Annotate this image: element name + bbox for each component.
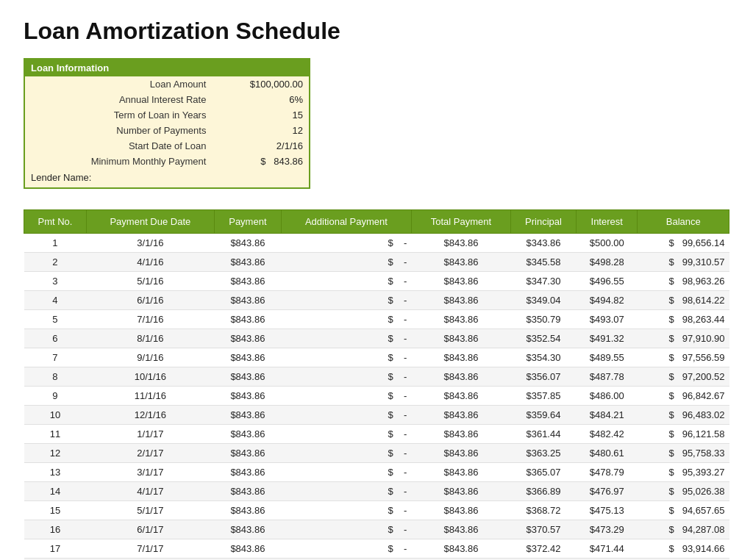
additional-payment: $ - [281, 310, 411, 329]
interest: $476.97 [576, 482, 638, 501]
payment: $843.86 [214, 329, 281, 348]
payment: $843.86 [214, 444, 281, 463]
total-payment: $843.86 [411, 367, 510, 387]
interest: $484.21 [576, 406, 638, 425]
total-payment: $843.86 [411, 444, 510, 463]
table-row: 13 3/1/17 $843.86 $ - $843.86 $365.07 $4… [24, 463, 729, 482]
total-payment: $843.86 [411, 387, 510, 406]
payment-due-date: 4/1/16 [86, 253, 214, 272]
payment: $843.86 [214, 539, 281, 559]
principal: $365.07 [510, 463, 576, 482]
loan-field-label: Number of Payments [25, 123, 213, 138]
balance: $ 99,656.14 [638, 234, 729, 253]
additional-payment: $ - [281, 329, 411, 348]
table-row: 11 1/1/17 $843.86 $ - $843.86 $361.44 $4… [24, 425, 729, 444]
additional-payment: $ - [281, 539, 411, 559]
principal: $366.89 [510, 482, 576, 501]
interest: $498.28 [576, 253, 638, 272]
payment-due-date: 7/1/16 [86, 310, 214, 329]
interest: $500.00 [576, 234, 638, 253]
total-payment: $843.86 [411, 406, 510, 425]
pmt-no: 14 [24, 482, 87, 501]
balance: $ 98,963.26 [638, 272, 729, 291]
additional-payment: $ - [281, 348, 411, 367]
interest: $487.78 [576, 367, 638, 387]
balance: $ 95,393.27 [638, 463, 729, 482]
balance: $ 96,483.02 [638, 406, 729, 425]
column-header: Payment Due Date [86, 210, 214, 234]
balance: $ 98,614.22 [638, 291, 729, 310]
payment: $843.86 [214, 310, 281, 329]
payment-due-date: 7/1/17 [86, 539, 214, 559]
interest: $489.55 [576, 348, 638, 367]
interest: $480.61 [576, 444, 638, 463]
pmt-no: 4 [24, 291, 87, 310]
payment-due-date: 5/1/17 [86, 501, 214, 520]
table-row: 5 7/1/16 $843.86 $ - $843.86 $350.79 $49… [24, 310, 729, 329]
table-row: 4 6/1/16 $843.86 $ - $843.86 $349.04 $49… [24, 291, 729, 310]
interest: $473.29 [576, 520, 638, 539]
additional-payment: $ - [281, 425, 411, 444]
total-payment: $843.86 [411, 482, 510, 501]
pmt-no: 17 [24, 539, 87, 559]
payment-due-date: 8/1/16 [86, 329, 214, 348]
table-row: 3 5/1/16 $843.86 $ - $843.86 $347.30 $49… [24, 272, 729, 291]
pmt-no: 2 [24, 253, 87, 272]
interest: $475.13 [576, 501, 638, 520]
interest: $471.44 [576, 539, 638, 559]
amortization-table: Pmt No.Payment Due DatePaymentAdditional… [24, 209, 729, 560]
total-payment: $843.86 [411, 348, 510, 367]
payment-due-date: 9/1/16 [86, 348, 214, 367]
payment: $843.86 [214, 482, 281, 501]
payment: $843.86 [214, 425, 281, 444]
principal: $350.79 [510, 310, 576, 329]
table-row: 9 11/1/16 $843.86 $ - $843.86 $357.85 $4… [24, 387, 729, 406]
total-payment: $843.86 [411, 310, 510, 329]
payment: $843.86 [214, 406, 281, 425]
payment: $843.86 [214, 367, 281, 387]
additional-payment: $ - [281, 291, 411, 310]
interest: $493.07 [576, 310, 638, 329]
loan-info-table: Loan Amount$100,000.00Annual Interest Ra… [25, 76, 309, 169]
column-header: Principal [510, 210, 576, 234]
balance: $ 97,910.90 [638, 329, 729, 348]
table-row: 6 8/1/16 $843.86 $ - $843.86 $352.54 $49… [24, 329, 729, 348]
loan-field-value: 2/1/16 [213, 138, 309, 154]
additional-payment: $ - [281, 253, 411, 272]
total-payment: $843.86 [411, 539, 510, 559]
loan-field-value: 12 [213, 123, 309, 138]
payment-due-date: 6/1/17 [86, 520, 214, 539]
principal: $363.25 [510, 444, 576, 463]
pmt-no: 8 [24, 367, 87, 387]
pmt-no: 6 [24, 329, 87, 348]
loan-field-label: Start Date of Loan [25, 138, 213, 154]
balance: $ 96,121.58 [638, 425, 729, 444]
column-header: Balance [638, 210, 729, 234]
balance: $ 97,556.59 [638, 348, 729, 367]
payment-due-date: 10/1/16 [86, 367, 214, 387]
interest: $491.32 [576, 329, 638, 348]
table-row: 16 6/1/17 $843.86 $ - $843.86 $370.57 $4… [24, 520, 729, 539]
additional-payment: $ - [281, 234, 411, 253]
interest: $496.55 [576, 272, 638, 291]
interest: $482.42 [576, 425, 638, 444]
balance: $ 99,310.57 [638, 253, 729, 272]
loan-field-value: 15 [213, 107, 309, 123]
additional-payment: $ - [281, 444, 411, 463]
additional-payment: $ - [281, 367, 411, 387]
interest: $494.82 [576, 291, 638, 310]
principal: $343.86 [510, 234, 576, 253]
principal: $347.30 [510, 272, 576, 291]
additional-payment: $ - [281, 272, 411, 291]
column-header: Interest [576, 210, 638, 234]
column-header: Additional Payment [281, 210, 411, 234]
additional-payment: $ - [281, 406, 411, 425]
table-row: 7 9/1/16 $843.86 $ - $843.86 $354.30 $48… [24, 348, 729, 367]
principal: $345.58 [510, 253, 576, 272]
table-row: 15 5/1/17 $843.86 $ - $843.86 $368.72 $4… [24, 501, 729, 520]
pmt-no: 16 [24, 520, 87, 539]
table-row: 8 10/1/16 $843.86 $ - $843.86 $356.07 $4… [24, 367, 729, 387]
pmt-no: 5 [24, 310, 87, 329]
balance: $ 96,842.67 [638, 387, 729, 406]
loan-field-value: $100,000.00 [213, 76, 309, 92]
